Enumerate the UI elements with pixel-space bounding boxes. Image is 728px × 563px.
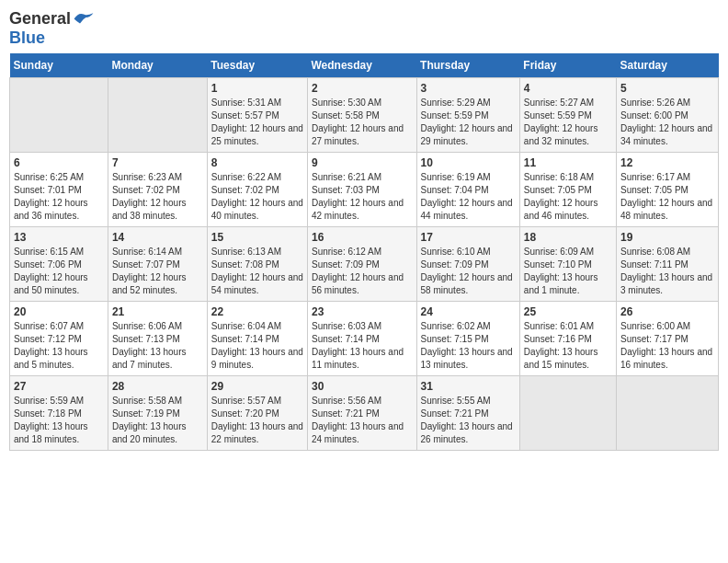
day-number: 11 [524, 156, 612, 169]
calendar-week-row: 6Sunrise: 6:25 AMSunset: 7:01 PMDaylight… [10, 153, 719, 227]
day-info: Sunrise: 5:26 AMSunset: 6:00 PMDaylight:… [620, 97, 714, 148]
day-info: Sunrise: 5:27 AMSunset: 5:59 PMDaylight:… [524, 97, 612, 148]
day-number: 15 [211, 231, 303, 244]
calendar-cell: 4Sunrise: 5:27 AMSunset: 5:59 PMDaylight… [519, 78, 616, 153]
day-info: Sunrise: 6:19 AMSunset: 7:04 PMDaylight:… [421, 171, 516, 223]
day-info: Sunrise: 6:25 AMSunset: 7:01 PMDaylight:… [14, 171, 104, 223]
calendar-cell: 19Sunrise: 6:08 AMSunset: 7:11 PMDayligh… [617, 227, 719, 302]
day-info: Sunrise: 6:21 AMSunset: 7:03 PMDaylight:… [312, 171, 413, 223]
day-info: Sunrise: 5:31 AMSunset: 5:57 PMDaylight:… [211, 97, 303, 148]
day-info: Sunrise: 6:14 AMSunset: 7:07 PMDaylight:… [112, 246, 203, 297]
day-info: Sunrise: 5:55 AMSunset: 7:21 PMDaylight:… [421, 395, 516, 446]
calendar-cell: 9Sunrise: 6:21 AMSunset: 7:03 PMDaylight… [307, 153, 416, 227]
day-header-tuesday: Tuesday [207, 53, 307, 78]
day-number: 19 [620, 231, 714, 244]
day-number: 21 [112, 305, 203, 318]
day-info: Sunrise: 6:01 AMSunset: 7:16 PMDaylight:… [524, 320, 612, 372]
day-number: 7 [112, 156, 203, 169]
day-info: Sunrise: 6:18 AMSunset: 7:05 PMDaylight:… [524, 171, 612, 223]
day-number: 31 [421, 380, 516, 393]
day-info: Sunrise: 6:10 AMSunset: 7:09 PMDaylight:… [421, 246, 516, 297]
day-info: Sunrise: 6:13 AMSunset: 7:08 PMDaylight:… [211, 246, 303, 297]
day-number: 28 [112, 380, 203, 393]
logo: General Blue [9, 9, 95, 48]
logo-blue-text: Blue [9, 29, 45, 48]
day-info: Sunrise: 6:04 AMSunset: 7:14 PMDaylight:… [211, 320, 303, 372]
calendar-cell: 24Sunrise: 6:02 AMSunset: 7:15 PMDayligh… [416, 302, 519, 376]
day-number: 4 [524, 82, 612, 95]
calendar-cell: 6Sunrise: 6:25 AMSunset: 7:01 PMDaylight… [10, 153, 108, 227]
day-number: 5 [620, 82, 714, 95]
calendar-cell: 3Sunrise: 5:29 AMSunset: 5:59 PMDaylight… [416, 78, 519, 153]
calendar-cell: 27Sunrise: 5:59 AMSunset: 7:18 PMDayligh… [10, 376, 108, 451]
calendar-cell: 7Sunrise: 6:23 AMSunset: 7:02 PMDaylight… [108, 153, 207, 227]
logo-bird-icon [73, 10, 95, 29]
day-number: 13 [14, 231, 104, 244]
day-info: Sunrise: 5:59 AMSunset: 7:18 PMDaylight:… [14, 395, 104, 446]
calendar-week-row: 1Sunrise: 5:31 AMSunset: 5:57 PMDaylight… [10, 78, 719, 153]
day-number: 24 [421, 305, 516, 318]
calendar-cell: 2Sunrise: 5:30 AMSunset: 5:58 PMDaylight… [307, 78, 416, 153]
calendar-cell: 14Sunrise: 6:14 AMSunset: 7:07 PMDayligh… [108, 227, 207, 302]
day-number: 10 [421, 156, 516, 169]
calendar-cell: 23Sunrise: 6:03 AMSunset: 7:14 PMDayligh… [307, 302, 416, 376]
calendar-cell: 12Sunrise: 6:17 AMSunset: 7:05 PMDayligh… [617, 153, 719, 227]
day-number: 12 [620, 156, 714, 169]
calendar-cell [519, 376, 616, 451]
calendar-cell: 31Sunrise: 5:55 AMSunset: 7:21 PMDayligh… [416, 376, 519, 451]
logo-general-text: General [9, 9, 71, 29]
day-info: Sunrise: 6:03 AMSunset: 7:14 PMDaylight:… [312, 320, 413, 372]
calendar-cell: 17Sunrise: 6:10 AMSunset: 7:09 PMDayligh… [416, 227, 519, 302]
calendar-cell: 11Sunrise: 6:18 AMSunset: 7:05 PMDayligh… [519, 153, 616, 227]
day-header-sunday: Sunday [10, 53, 108, 78]
day-number: 25 [524, 305, 612, 318]
day-number: 14 [112, 231, 203, 244]
day-info: Sunrise: 6:22 AMSunset: 7:02 PMDaylight:… [211, 171, 303, 223]
day-info: Sunrise: 6:00 AMSunset: 7:17 PMDaylight:… [620, 320, 714, 372]
day-header-friday: Friday [519, 53, 616, 78]
day-number: 16 [312, 231, 413, 244]
calendar-table: SundayMondayTuesdayWednesdayThursdayFrid… [9, 53, 719, 451]
calendar-cell: 26Sunrise: 6:00 AMSunset: 7:17 PMDayligh… [617, 302, 719, 376]
day-header-thursday: Thursday [416, 53, 519, 78]
calendar-cell: 10Sunrise: 6:19 AMSunset: 7:04 PMDayligh… [416, 153, 519, 227]
day-info: Sunrise: 5:57 AMSunset: 7:20 PMDaylight:… [211, 395, 303, 446]
calendar-cell: 5Sunrise: 5:26 AMSunset: 6:00 PMDaylight… [617, 78, 719, 153]
day-number: 3 [421, 82, 516, 95]
day-number: 2 [312, 82, 413, 95]
calendar-header-row: SundayMondayTuesdayWednesdayThursdayFrid… [10, 53, 719, 78]
day-header-wednesday: Wednesday [307, 53, 416, 78]
calendar-cell: 28Sunrise: 5:58 AMSunset: 7:19 PMDayligh… [108, 376, 207, 451]
day-number: 6 [14, 156, 104, 169]
day-info: Sunrise: 5:30 AMSunset: 5:58 PMDaylight:… [312, 97, 413, 148]
day-number: 22 [211, 305, 303, 318]
day-header-saturday: Saturday [617, 53, 719, 78]
calendar-week-row: 27Sunrise: 5:59 AMSunset: 7:18 PMDayligh… [10, 376, 719, 451]
day-number: 27 [14, 380, 104, 393]
day-number: 9 [312, 156, 413, 169]
day-info: Sunrise: 5:58 AMSunset: 7:19 PMDaylight:… [112, 395, 203, 446]
calendar-cell: 30Sunrise: 5:56 AMSunset: 7:21 PMDayligh… [307, 376, 416, 451]
day-info: Sunrise: 6:23 AMSunset: 7:02 PMDaylight:… [112, 171, 203, 223]
calendar-cell: 16Sunrise: 6:12 AMSunset: 7:09 PMDayligh… [307, 227, 416, 302]
calendar-cell: 22Sunrise: 6:04 AMSunset: 7:14 PMDayligh… [207, 302, 307, 376]
calendar-cell: 25Sunrise: 6:01 AMSunset: 7:16 PMDayligh… [519, 302, 616, 376]
day-info: Sunrise: 6:07 AMSunset: 7:12 PMDaylight:… [14, 320, 104, 372]
day-number: 23 [312, 305, 413, 318]
calendar-cell: 15Sunrise: 6:13 AMSunset: 7:08 PMDayligh… [207, 227, 307, 302]
day-info: Sunrise: 6:17 AMSunset: 7:05 PMDaylight:… [620, 171, 714, 223]
day-info: Sunrise: 5:29 AMSunset: 5:59 PMDaylight:… [421, 97, 516, 148]
calendar-cell: 18Sunrise: 6:09 AMSunset: 7:10 PMDayligh… [519, 227, 616, 302]
calendar-cell: 13Sunrise: 6:15 AMSunset: 7:06 PMDayligh… [10, 227, 108, 302]
day-info: Sunrise: 5:56 AMSunset: 7:21 PMDaylight:… [312, 395, 413, 446]
page-header: General Blue [9, 9, 719, 48]
calendar-cell [10, 78, 108, 153]
calendar-cell: 1Sunrise: 5:31 AMSunset: 5:57 PMDaylight… [207, 78, 307, 153]
calendar-week-row: 20Sunrise: 6:07 AMSunset: 7:12 PMDayligh… [10, 302, 719, 376]
calendar-cell: 29Sunrise: 5:57 AMSunset: 7:20 PMDayligh… [207, 376, 307, 451]
day-number: 26 [620, 305, 714, 318]
calendar-cell [617, 376, 719, 451]
calendar-week-row: 13Sunrise: 6:15 AMSunset: 7:06 PMDayligh… [10, 227, 719, 302]
day-info: Sunrise: 6:15 AMSunset: 7:06 PMDaylight:… [14, 246, 104, 297]
day-header-monday: Monday [108, 53, 207, 78]
